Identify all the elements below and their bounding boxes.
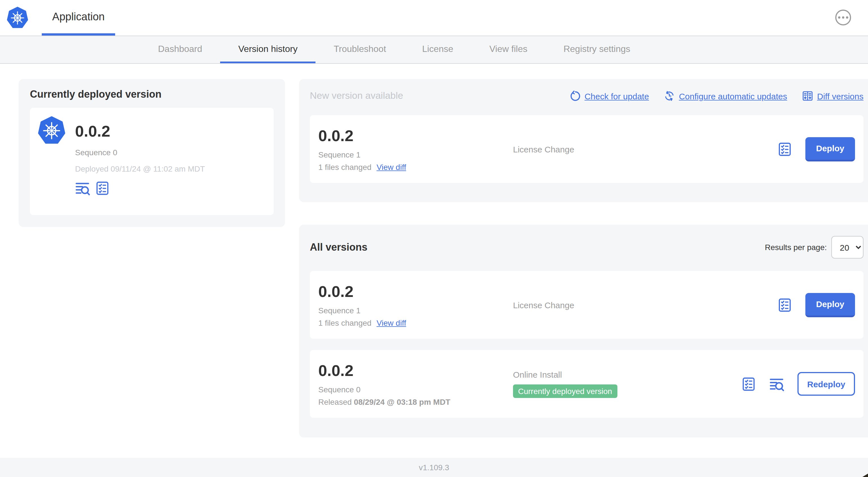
kubernetes-logo-icon bbox=[7, 7, 28, 28]
redeploy-button[interactable]: Redeploy bbox=[798, 372, 855, 396]
all-versions-title: All versions bbox=[310, 241, 367, 253]
tab-view-files[interactable]: View files bbox=[471, 36, 546, 63]
tab-license[interactable]: License bbox=[404, 36, 471, 63]
version-sequence: Sequence 0 bbox=[318, 385, 513, 394]
currently-deployed-title: Currently deployed version bbox=[30, 89, 274, 100]
diff-versions-link[interactable]: Diff versions bbox=[802, 90, 864, 101]
version-number: 0.0.2 bbox=[318, 126, 513, 146]
main-content: Currently deployed version 0.0.2 Sequenc… bbox=[0, 64, 868, 458]
tab-registry-settings[interactable]: Registry settings bbox=[546, 36, 648, 63]
files-changed-text: 1 files changed bbox=[318, 162, 371, 172]
kubernetes-app-icon bbox=[38, 116, 65, 144]
preflight-checks-icon[interactable] bbox=[777, 141, 793, 157]
app-subnav: Dashboard Version history Troubleshoot L… bbox=[0, 36, 868, 64]
version-source: Online Install bbox=[513, 370, 741, 379]
results-per-page-select[interactable]: 20 bbox=[831, 236, 864, 259]
deployed-version-number: 0.0.2 bbox=[75, 122, 205, 141]
released-timestamp: Released 08/29/24 @ 03:18 pm MDT bbox=[318, 397, 513, 407]
files-changed-text: 1 files changed bbox=[318, 318, 371, 327]
refresh-icon bbox=[569, 90, 581, 101]
preflight-checks-icon[interactable] bbox=[741, 376, 756, 391]
check-for-update-link[interactable]: Check for update bbox=[569, 90, 649, 101]
version-source: License Change bbox=[513, 300, 777, 309]
view-diff-link[interactable]: View diff bbox=[376, 162, 406, 172]
deploy-button[interactable]: Deploy bbox=[805, 137, 855, 161]
currently-deployed-panel: Currently deployed version 0.0.2 Sequenc… bbox=[19, 79, 285, 227]
configure-automatic-updates-link[interactable]: Configure automatic updates bbox=[664, 90, 787, 101]
deploy-logs-icon[interactable] bbox=[769, 376, 784, 391]
deployed-timestamp: Deployed 09/11/24 @ 11:02 am MDT bbox=[75, 164, 205, 173]
version-sequence: Sequence 1 bbox=[318, 306, 513, 315]
currently-deployed-card: 0.0.2 Sequence 0 Deployed 09/11/24 @ 11:… bbox=[30, 108, 274, 215]
version-source: License Change bbox=[513, 144, 777, 154]
version-number: 0.0.2 bbox=[318, 282, 513, 301]
results-per-page-label: Results per page: bbox=[765, 243, 827, 252]
tab-version-history[interactable]: Version history bbox=[220, 36, 316, 63]
version-row: 0.0.2 Sequence 0 Released 08/29/24 @ 03:… bbox=[310, 350, 864, 418]
currently-deployed-badge: Currently deployed version bbox=[513, 384, 617, 398]
view-diff-link[interactable]: View diff bbox=[376, 318, 406, 327]
preflight-checks-icon[interactable] bbox=[777, 297, 793, 312]
new-version-card: 0.0.2 Sequence 1 1 files changed View di… bbox=[310, 115, 864, 183]
deploy-button[interactable]: Deploy bbox=[805, 293, 855, 317]
preflight-checks-icon[interactable] bbox=[95, 181, 110, 196]
deploy-logs-icon[interactable] bbox=[75, 181, 90, 196]
tab-troubleshoot[interactable]: Troubleshoot bbox=[315, 36, 404, 63]
diff-icon bbox=[802, 90, 813, 101]
new-version-title: New version available bbox=[310, 90, 403, 101]
kots-admin-console: Application Dashboard Version history Tr… bbox=[0, 0, 868, 477]
app-footer: v1.109.3 bbox=[0, 458, 868, 477]
tab-application[interactable]: Application bbox=[42, 0, 115, 35]
deployed-sequence: Sequence 0 bbox=[75, 148, 205, 157]
application-tab-label: Application bbox=[52, 10, 105, 23]
version-sequence: Sequence 1 bbox=[318, 150, 513, 159]
new-version-panel: New version available Check for update C… bbox=[299, 79, 868, 202]
schedule-update-icon bbox=[664, 90, 675, 101]
all-versions-panel: All versions Results per page: 20 0.0.2 … bbox=[299, 225, 868, 438]
tab-dashboard[interactable]: Dashboard bbox=[140, 36, 220, 63]
app-header: Application bbox=[0, 0, 868, 36]
version-number: 0.0.2 bbox=[318, 361, 513, 381]
version-row: 0.0.2 Sequence 1 1 files changed View di… bbox=[310, 271, 864, 339]
console-version: v1.109.3 bbox=[419, 463, 449, 472]
more-options-button[interactable] bbox=[835, 9, 851, 25]
ellipsis-icon bbox=[838, 17, 840, 19]
